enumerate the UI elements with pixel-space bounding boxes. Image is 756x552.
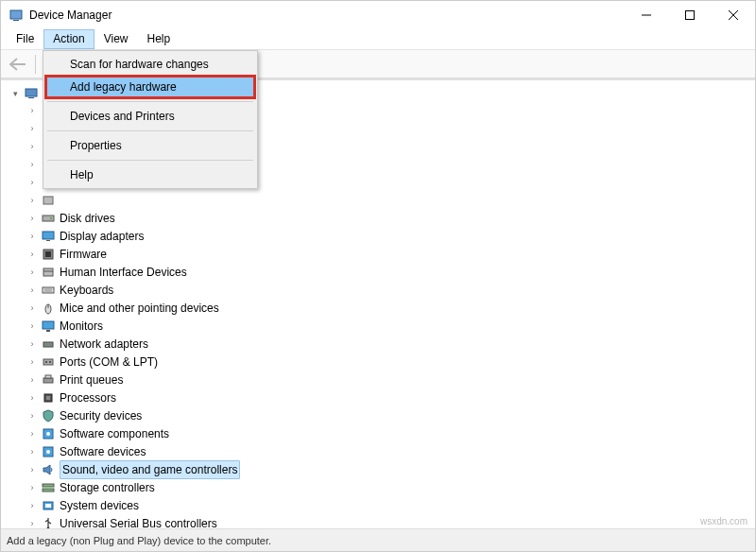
svg-rect-36 <box>45 375 51 378</box>
tree-item-label: Ports (COM & LPT) <box>60 354 158 371</box>
chevron-right-icon[interactable]: › <box>27 519 37 528</box>
tree-item-label: Software devices <box>60 443 146 460</box>
chevron-right-icon[interactable]: › <box>27 357 37 367</box>
tree-item[interactable]: ›Ports (COM & LPT) <box>10 353 755 371</box>
chevron-right-icon[interactable]: › <box>27 375 37 385</box>
svg-rect-13 <box>43 197 53 204</box>
tree-item-label: Universal Serial Bus controllers <box>60 515 217 529</box>
svg-rect-3 <box>686 11 695 20</box>
svg-point-34 <box>49 361 51 363</box>
tree-item[interactable]: ›Software devices <box>10 442 755 460</box>
chevron-right-icon[interactable]: › <box>27 106 37 115</box>
tree-item-label: Display adapters <box>60 228 144 245</box>
tree-item[interactable]: ›Processors <box>10 388 755 406</box>
menubar: File Action View Help <box>1 29 755 50</box>
chevron-right-icon[interactable]: › <box>27 411 37 421</box>
svg-rect-43 <box>43 484 54 487</box>
chevron-right-icon[interactable]: › <box>27 160 37 169</box>
chevron-right-icon[interactable]: › <box>27 285 37 295</box>
disk-icon <box>41 211 56 226</box>
chevron-right-icon[interactable]: › <box>27 483 37 492</box>
minimize-button[interactable] <box>625 1 668 29</box>
tree-item[interactable]: ›Software components <box>10 424 755 442</box>
chevron-right-icon[interactable]: › <box>27 232 37 241</box>
back-button[interactable] <box>7 54 29 75</box>
chevron-right-icon[interactable]: › <box>27 429 37 439</box>
tree-item-label: Software components <box>60 425 169 442</box>
tree-item-label: Processors <box>60 389 116 406</box>
firmware-icon <box>41 247 56 262</box>
tree-item[interactable]: ›Security devices <box>10 406 755 424</box>
chevron-right-icon[interactable]: › <box>27 142 37 151</box>
menu-separator <box>47 101 253 102</box>
printer-icon <box>41 372 56 388</box>
tree-item[interactable]: ›Sound, video and game controllers <box>10 460 755 478</box>
svg-rect-29 <box>43 342 53 347</box>
svg-rect-22 <box>43 287 54 293</box>
svg-rect-7 <box>28 97 34 98</box>
computer-icon <box>24 86 39 101</box>
maximize-button[interactable] <box>668 1 712 29</box>
tree-item[interactable]: ›Storage controllers <box>10 478 755 496</box>
system-icon <box>41 498 56 513</box>
tree-item[interactable]: ›Keyboards <box>10 281 755 299</box>
svg-rect-6 <box>26 89 37 96</box>
chevron-right-icon[interactable]: › <box>27 250 37 259</box>
tree-item[interactable]: ›Mice and other pointing devices <box>10 299 755 317</box>
tree-item[interactable]: › <box>10 191 755 209</box>
svg-rect-44 <box>43 489 54 492</box>
menu-separator <box>47 160 253 161</box>
menu-item[interactable]: Devices and Printers <box>45 105 255 128</box>
chevron-right-icon[interactable]: › <box>27 321 37 331</box>
chevron-right-icon[interactable]: › <box>27 303 37 313</box>
usb-icon <box>41 516 56 529</box>
tree-item[interactable]: ›System devices <box>10 496 755 514</box>
menu-file[interactable]: File <box>7 29 43 49</box>
chevron-down-icon[interactable]: ▾ <box>10 89 20 98</box>
chevron-right-icon[interactable]: › <box>27 267 37 277</box>
generic-icon <box>41 193 56 208</box>
menu-item[interactable]: Scan for hardware changes <box>45 53 255 76</box>
tree-item[interactable]: ›Network adapters <box>10 335 755 353</box>
tree-item[interactable]: ›Display adapters <box>10 227 755 245</box>
tree-item[interactable]: ›Universal Serial Bus controllers <box>10 514 755 528</box>
window-title: Device Manager <box>29 9 625 22</box>
chevron-right-icon[interactable]: › <box>27 393 37 403</box>
tree-item[interactable]: ›Firmware <box>10 245 755 263</box>
svg-point-40 <box>46 432 50 436</box>
network-icon <box>41 336 56 352</box>
tree-item-label: Disk drives <box>60 210 115 227</box>
menu-item[interactable]: Help <box>45 164 255 186</box>
software-icon <box>41 444 56 459</box>
menu-item[interactable]: Properties <box>45 134 255 157</box>
chevron-right-icon[interactable]: › <box>27 447 37 457</box>
mouse-icon <box>41 301 56 316</box>
app-icon <box>9 8 24 23</box>
svg-rect-32 <box>43 359 53 365</box>
ports-icon <box>41 354 56 370</box>
tree-item-label: Sound, video and game controllers <box>60 460 240 479</box>
keyboard-icon <box>41 283 56 298</box>
menu-separator <box>47 130 253 131</box>
tree-item[interactable]: ›Human Interface Devices <box>10 263 755 281</box>
chevron-right-icon[interactable]: › <box>27 465 37 474</box>
svg-rect-30 <box>45 344 47 345</box>
chevron-right-icon[interactable]: › <box>27 124 37 133</box>
chevron-right-icon[interactable]: › <box>27 196 37 205</box>
tree-item-label: System devices <box>60 497 139 514</box>
menu-view[interactable]: View <box>94 29 138 49</box>
tree-item[interactable]: ›Monitors <box>10 317 755 335</box>
tree-item[interactable]: ›Print queues <box>10 371 755 388</box>
svg-rect-46 <box>45 504 51 508</box>
chevron-right-icon[interactable]: › <box>27 214 37 223</box>
svg-rect-16 <box>43 232 54 239</box>
tree-item[interactable]: ›Disk drives <box>10 209 755 227</box>
menu-item[interactable]: Add legacy hardware <box>45 76 255 98</box>
chevron-right-icon[interactable]: › <box>27 339 37 349</box>
menu-help[interactable]: Help <box>138 29 180 49</box>
tree-item-label: Storage controllers <box>60 479 155 496</box>
menu-action[interactable]: Action <box>43 29 94 49</box>
close-button[interactable] <box>712 1 755 29</box>
chevron-right-icon[interactable]: › <box>27 501 37 510</box>
chevron-right-icon[interactable]: › <box>27 178 37 187</box>
